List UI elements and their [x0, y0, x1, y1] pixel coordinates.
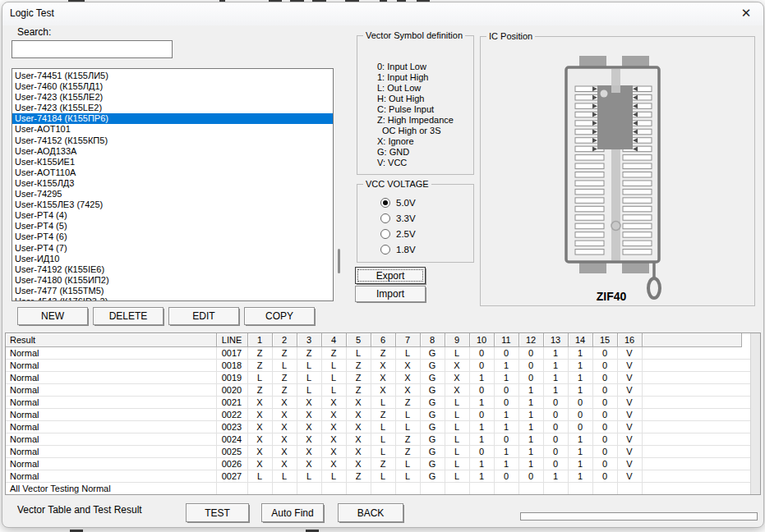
- column-header[interactable]: 13: [543, 333, 568, 347]
- table-row[interactable]: Normal0020ZZLLZXXGX001110V: [6, 384, 751, 397]
- column-header[interactable]: 11: [494, 333, 518, 347]
- table-row[interactable]: Normal0027LLLLZLLGL100110V: [6, 470, 751, 483]
- table-row[interactable]: Normal0023XXXXXLLGL111000V: [6, 421, 751, 433]
- table-row[interactable]: All Vector Testing Normal: [6, 483, 751, 495]
- column-header[interactable]: 10: [469, 333, 494, 347]
- export-button[interactable]: Export: [355, 267, 426, 284]
- vector-cell: 0: [494, 397, 518, 409]
- vector-cell: 1: [469, 421, 494, 433]
- title-bar[interactable]: Logic Test ✕: [2, 2, 763, 25]
- device-list-item[interactable]: User-74451 (К155ЛИ5): [12, 71, 333, 81]
- vcc-option[interactable]: 1.8V: [380, 241, 473, 257]
- device-list-item[interactable]: User-К155ЛД3: [12, 178, 333, 189]
- column-header[interactable]: 3: [297, 333, 321, 347]
- column-header[interactable]: 9: [445, 333, 469, 347]
- auto-find-button[interactable]: Auto Find: [261, 503, 324, 522]
- table-row[interactable]: Normal0017ZZZZLZLGL000110V: [6, 347, 751, 360]
- close-button[interactable]: ✕: [735, 4, 757, 22]
- device-list-item[interactable]: User-К155ИЕ1: [12, 157, 333, 167]
- column-header[interactable]: 1: [247, 333, 272, 347]
- vector-cell: L: [321, 372, 346, 384]
- column-header[interactable]: Result: [6, 333, 216, 347]
- chip-notch: [611, 85, 620, 93]
- device-list-item[interactable]: User-74295: [12, 189, 333, 200]
- vector-cell: 1: [543, 384, 568, 397]
- device-list-item[interactable]: User-74152 (К155КП5): [12, 135, 333, 146]
- table-row[interactable]: Normal0026XXXXXZLGL111010V: [6, 458, 751, 470]
- vector-cell: 1: [469, 433, 494, 446]
- column-header[interactable]: 16: [617, 333, 642, 347]
- result-cell: Normal: [6, 458, 216, 470]
- device-list-item[interactable]: User-PT4 (6): [12, 232, 333, 242]
- import-button[interactable]: Import: [355, 286, 426, 302]
- vector-symbol-group-title: Vector Symbol definition: [363, 30, 465, 40]
- device-list-item[interactable]: User-7423 (К155ЛЕ2): [12, 92, 333, 103]
- vector-cell: 0: [494, 433, 518, 446]
- zif-socket-graphic: [481, 37, 756, 307]
- vector-cell: 1: [568, 446, 592, 458]
- device-list-item[interactable]: User-PT4 (4): [12, 210, 333, 221]
- column-header[interactable]: LINE: [216, 333, 247, 347]
- device-list-item[interactable]: User-4543 (К176ID3-2): [12, 296, 333, 301]
- column-header[interactable]: [642, 333, 741, 347]
- column-header[interactable]: 7: [395, 333, 420, 347]
- vector-cell: Z: [247, 347, 272, 360]
- device-list-item[interactable]: User-74192 (К155IE6): [12, 264, 333, 275]
- column-header[interactable]: 14: [568, 333, 592, 347]
- table-row[interactable]: Normal0018ZLLLZXXGX010110V: [6, 360, 751, 372]
- device-list-item[interactable]: User-PT4 (7): [12, 243, 333, 254]
- vector-cell: 1: [543, 360, 568, 372]
- vector-cell: 1: [518, 458, 543, 470]
- vector-cell: L: [445, 458, 469, 470]
- column-header[interactable]: 6: [371, 333, 395, 347]
- listbox-scrollbar-thumb[interactable]: [338, 249, 340, 273]
- vector-cell: [395, 495, 420, 496]
- search-input[interactable]: [12, 40, 173, 58]
- device-list-item[interactable]: User-ИД10: [12, 254, 333, 264]
- device-list-item[interactable]: User-AOT101: [12, 124, 333, 135]
- test-button[interactable]: TEST: [186, 503, 249, 522]
- column-header[interactable]: 15: [592, 333, 617, 347]
- socket-pin-slot: [623, 172, 652, 178]
- vcc-option[interactable]: 5.0V: [380, 195, 473, 210]
- column-header[interactable]: 12: [518, 333, 543, 347]
- table-row[interactable]: Normal0022XXXXXZLGL011000V: [6, 409, 751, 421]
- line-cell: [216, 483, 247, 495]
- device-list-item[interactable]: User-К155ЛЕ3 (7425): [12, 200, 333, 210]
- device-list-item[interactable]: User-АОД133А: [12, 146, 333, 157]
- table-row[interactable]: Normal0021XXXXXLZGL101000V: [6, 397, 751, 409]
- new-button[interactable]: NEW: [17, 307, 88, 325]
- line-cell: 0021: [216, 397, 247, 409]
- vector-cell: X: [321, 421, 346, 433]
- table-row[interactable]: Normal0025XXXXXLZGL011010V: [6, 446, 751, 458]
- edit-button-label: EDIT: [192, 310, 214, 322]
- vector-cell: [543, 483, 568, 495]
- device-list-item[interactable]: User-PT4 (5): [12, 221, 333, 232]
- column-header[interactable]: 5: [346, 333, 371, 347]
- edit-button[interactable]: EDIT: [168, 307, 239, 325]
- delete-button[interactable]: DELETE: [93, 307, 164, 325]
- copy-button[interactable]: COPY: [244, 307, 315, 325]
- table-row[interactable]: Normal0019LZLLZXXGX110110V: [6, 372, 751, 384]
- back-button[interactable]: BACK: [338, 503, 403, 522]
- table-row[interactable]: Normal0024XXXXXLZGL101010V: [6, 433, 751, 446]
- socket-pin-slot: [623, 189, 652, 195]
- vector-cell: G: [420, 397, 445, 409]
- table-row[interactable]: [6, 495, 751, 496]
- device-list-item[interactable]: User-7423 (К155LE2): [12, 103, 333, 113]
- symbol-definition-line: 0: Input Low: [377, 62, 473, 72]
- column-header[interactable]: 2: [272, 333, 297, 347]
- table-scrollbar[interactable]: [750, 333, 760, 494]
- device-list-item[interactable]: User-74180 (К155ИП2): [12, 275, 333, 286]
- column-header[interactable]: 4: [321, 333, 346, 347]
- vcc-option[interactable]: 2.5V: [380, 226, 473, 241]
- device-list-item[interactable]: User-AOT110A: [12, 167, 333, 178]
- device-list-item[interactable]: User-7477 (К155ТМ5): [12, 286, 333, 296]
- vector-cell: 1: [494, 421, 518, 433]
- vcc-option[interactable]: 3.3V: [380, 210, 473, 226]
- device-list-item[interactable]: User-7460 (К155ЛД1): [12, 81, 333, 92]
- device-list-item[interactable]: User-74184 (К155ПР6): [12, 113, 333, 124]
- vector-cell: 1: [469, 397, 494, 409]
- device-listbox[interactable]: User-74451 (К155ЛИ5)User-7460 (К155ЛД1)U…: [12, 68, 334, 301]
- column-header[interactable]: 8: [420, 333, 445, 347]
